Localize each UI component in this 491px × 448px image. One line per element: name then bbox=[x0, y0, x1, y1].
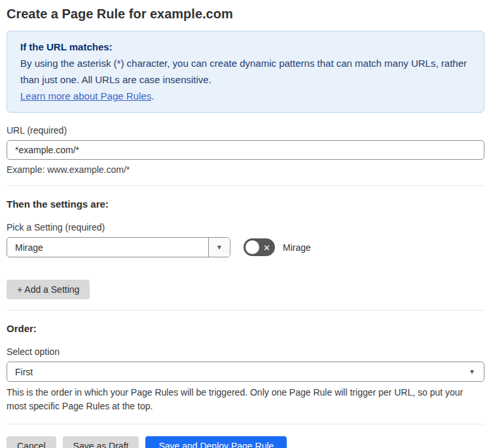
info-box-link-line: Learn more about Page Rules. bbox=[20, 88, 471, 104]
settings-section-heading: Then the settings are: bbox=[7, 198, 484, 210]
info-box-heading: If the URL matches: bbox=[20, 39, 471, 55]
footer-buttons: Cancel Save as Draft Save and Deploy Pag… bbox=[7, 436, 484, 448]
page-title: Create a Page Rule for example.com bbox=[7, 5, 484, 22]
link-suffix: . bbox=[151, 90, 154, 102]
setting-select-value: Mirage bbox=[7, 238, 208, 257]
divider bbox=[7, 310, 484, 310]
page-rule-form: Create a Page Rule for example.com If th… bbox=[0, 5, 491, 448]
chevron-down-icon: ▼ bbox=[469, 369, 475, 375]
pick-setting-label: Pick a Setting (required) bbox=[7, 222, 484, 233]
setting-select-arrow-button[interactable]: ▼ bbox=[208, 238, 230, 257]
order-select[interactable]: First ▼ bbox=[7, 362, 484, 382]
save-and-deploy-button[interactable]: Save and Deploy Page Rule bbox=[145, 436, 287, 448]
order-select-value: First bbox=[15, 367, 33, 377]
order-help-text: This is the order in which your Page Rul… bbox=[7, 386, 484, 413]
url-input[interactable] bbox=[7, 140, 484, 160]
toggle-off-x-icon: ✕ bbox=[263, 243, 270, 252]
cancel-button[interactable]: Cancel bbox=[7, 436, 56, 448]
url-matches-info-box: If the URL matches: By using the asteris… bbox=[7, 31, 484, 113]
setting-select[interactable]: Mirage ▼ bbox=[7, 237, 230, 257]
learn-more-link[interactable]: Learn more about Page Rules bbox=[20, 90, 151, 102]
toggle-label: Mirage bbox=[283, 242, 311, 253]
url-field-label: URL (required) bbox=[7, 125, 484, 136]
setting-row: Mirage ▼ ✕ Mirage bbox=[7, 237, 484, 257]
info-box-body-text: By using the asterisk (*) character, you… bbox=[20, 58, 467, 85]
order-section-heading: Order: bbox=[7, 323, 484, 334]
url-example-text: Example: www.example.com/* bbox=[7, 164, 484, 175]
toggle-knob bbox=[245, 240, 259, 254]
save-as-draft-button[interactable]: Save as Draft bbox=[63, 436, 139, 448]
mirage-toggle[interactable]: ✕ bbox=[244, 238, 275, 256]
order-select-label: Select option bbox=[7, 346, 484, 357]
divider bbox=[7, 424, 484, 424]
chevron-down-icon: ▼ bbox=[216, 244, 223, 251]
info-box-body: By using the asterisk (*) character, you… bbox=[20, 55, 471, 88]
add-setting-button[interactable]: + Add a Setting bbox=[7, 280, 90, 299]
divider bbox=[7, 185, 484, 186]
